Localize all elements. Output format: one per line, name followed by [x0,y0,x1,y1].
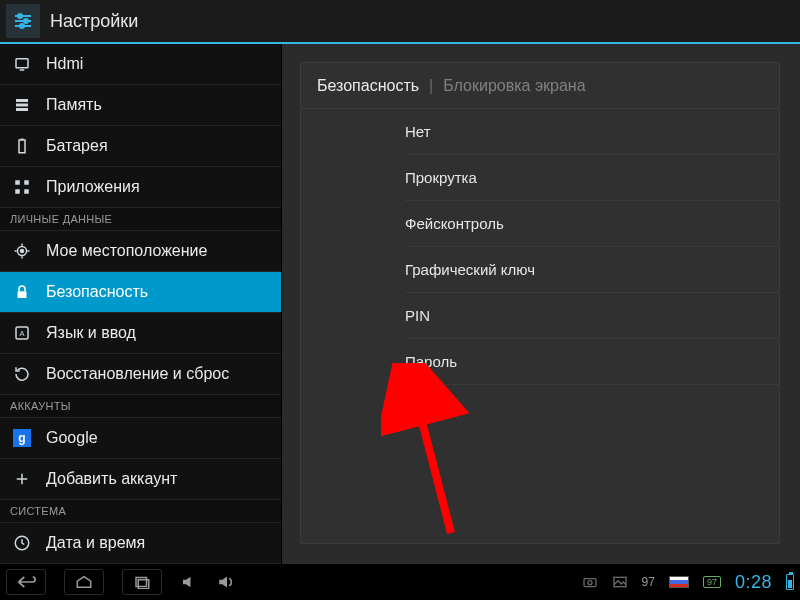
svg-point-33 [588,581,592,585]
svg-rect-32 [584,579,596,587]
sidebar-item-label: Приложения [46,178,140,196]
home-button[interactable] [64,569,104,595]
language-icon: A [12,323,32,343]
sidebar-item-hdmi[interactable]: Hdmi [0,44,281,85]
svg-rect-23 [18,291,27,298]
sidebar-item-battery[interactable]: Батарея [0,126,281,167]
sidebar-item-label: Google [46,429,98,447]
sidebar-item-datetime[interactable]: Дата и время [0,523,281,564]
screenshot-icon[interactable] [582,575,598,589]
back-button[interactable] [6,569,46,595]
lock-option-pattern[interactable]: Графический ключ [405,247,779,293]
settings-sidebar: Hdmi Память Батарея Приложения ЛИЧНЫЕ ДА… [0,44,282,564]
breadcrumb-section[interactable]: Безопасность [317,77,419,95]
storage-icon [12,95,32,115]
clock-icon [12,533,32,553]
breadcrumb-page: Блокировка экрана [443,77,585,95]
battery-icon [12,136,32,156]
recents-button[interactable] [122,569,162,595]
gallery-icon[interactable] [612,575,628,589]
clock-text[interactable]: 0:28 [735,572,772,593]
lock-options-list: Нет Прокрутка Фейсконтроль Графический к… [301,109,779,385]
svg-rect-8 [16,99,28,102]
settings-panel: Безопасность | Блокировка экрана Нет Про… [300,62,780,544]
svg-rect-14 [24,180,29,185]
breadcrumb: Безопасность | Блокировка экрана [301,63,779,109]
location-icon [12,241,32,261]
sidebar-section-accounts: АККАУНТЫ [0,395,281,418]
svg-rect-13 [15,180,20,185]
sidebar-item-storage[interactable]: Память [0,85,281,126]
battery-tray-icon [786,574,794,590]
keyboard-flag-icon[interactable] [669,576,689,588]
hdmi-icon [12,54,32,74]
sidebar-item-label: Мое местоположение [46,242,207,260]
system-navbar: 97 97 0:28 [0,564,800,600]
backup-icon [12,364,32,384]
svg-point-3 [24,19,28,23]
svg-rect-11 [19,140,25,153]
lock-option-face[interactable]: Фейсконтроль [405,201,779,247]
lock-option-none[interactable]: Нет [405,109,779,155]
lock-option-slide[interactable]: Прокрутка [405,155,779,201]
svg-rect-12 [21,138,24,140]
sidebar-item-label: Язык и ввод [46,324,136,342]
sidebar-item-label: Батарея [46,137,108,155]
sidebar-section-system: СИСТЕМА [0,500,281,523]
svg-rect-10 [16,108,28,111]
sidebar-item-security[interactable]: Безопасность [0,272,281,313]
sidebar-item-add-account[interactable]: Добавить аккаунт [0,459,281,500]
main-content: Безопасность | Блокировка экрана Нет Про… [282,44,800,564]
annotation-arrow [381,363,471,543]
sidebar-item-location[interactable]: Мое местоположение [0,231,281,272]
lock-option-password[interactable]: Пароль [405,339,779,385]
apps-icon [12,177,32,197]
svg-text:A: A [19,329,24,338]
svg-rect-7 [20,69,25,71]
svg-point-1 [18,14,22,18]
sidebar-item-label: Память [46,96,102,114]
sidebar-item-apps[interactable]: Приложения [0,167,281,208]
svg-rect-6 [16,59,28,68]
volume-down-button[interactable] [180,575,198,589]
volume-up-button[interactable] [216,575,238,589]
sidebar-section-personal: ЛИЧНЫЕ ДАННЫЕ [0,208,281,231]
svg-rect-9 [16,103,28,106]
google-icon: g [12,428,32,448]
svg-rect-16 [24,189,29,194]
sidebar-item-google[interactable]: g Google [0,418,281,459]
sidebar-item-language[interactable]: A Язык и ввод [0,313,281,354]
sidebar-item-label: Безопасность [46,283,148,301]
sidebar-item-label: Восстановление и сброс [46,365,229,383]
plus-icon [12,469,32,489]
svg-line-29 [411,379,451,533]
lock-icon [12,282,32,302]
battery-badge-icon: 97 [703,576,721,588]
svg-point-5 [20,24,24,28]
svg-point-18 [21,249,24,252]
battery-percentage-text: 97 [642,575,655,589]
breadcrumb-separator: | [429,77,433,95]
sidebar-item-label: Hdmi [46,55,83,73]
page-title: Настройки [50,11,138,32]
sidebar-item-backup[interactable]: Восстановление и сброс [0,354,281,395]
lock-option-pin[interactable]: PIN [405,293,779,339]
settings-app-icon [6,4,40,38]
sidebar-item-label: Дата и время [46,534,145,552]
title-bar: Настройки [0,0,800,44]
svg-rect-15 [15,189,20,194]
sidebar-item-label: Добавить аккаунт [46,470,177,488]
